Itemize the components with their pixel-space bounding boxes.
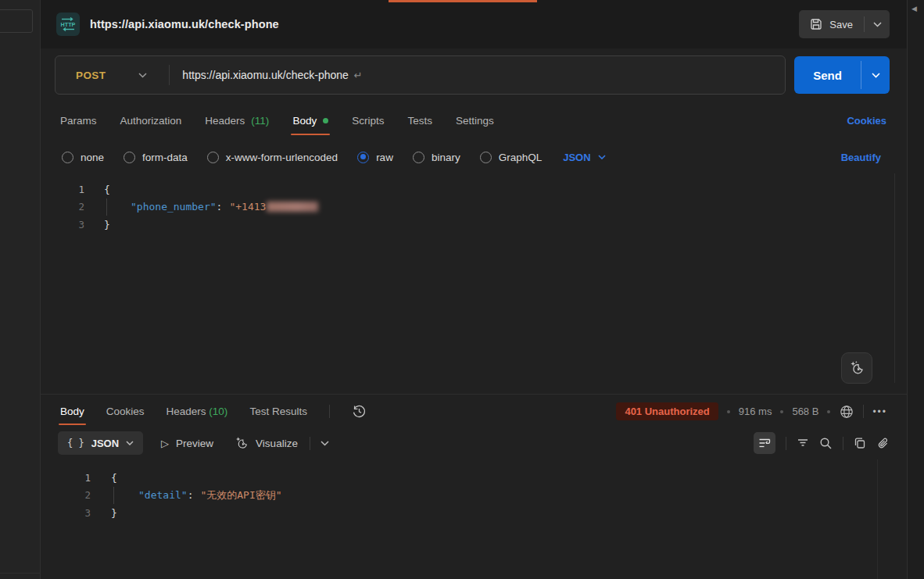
more-options-icon[interactable]: ••• [872, 406, 887, 417]
url-input[interactable]: https://api.xiaomu.uk/check-phone [182, 69, 348, 81]
right-sidebar-rail: ◀ [907, 0, 924, 579]
response-format-value: JSON [91, 438, 119, 449]
save-button-label: Save [829, 19, 853, 30]
mode-raw[interactable]: raw [357, 152, 393, 163]
copy-button[interactable] [854, 437, 866, 449]
link-button[interactable] [876, 437, 890, 450]
cookies-link[interactable]: Cookies [847, 115, 886, 127]
tab-tests[interactable]: Tests [407, 115, 432, 127]
tab-headers[interactable]: Headers(11) [205, 115, 269, 127]
mode-none[interactable]: none [62, 152, 104, 163]
divider [843, 437, 843, 450]
dot-separator [780, 410, 783, 413]
mode-binary[interactable]: binary [413, 152, 460, 163]
request-tabs: Params Authorization Headers(11) Body Sc… [41, 103, 907, 138]
code-line: 3 } [41, 504, 907, 522]
save-split-button: Save [799, 10, 890, 38]
history-clock-icon [352, 404, 367, 419]
line-number: 2 [41, 489, 91, 501]
network-info-button[interactable] [839, 404, 854, 420]
code-line: 2 "phone_number" : "+1413 [41, 198, 907, 216]
send-button[interactable]: Send [794, 56, 861, 94]
chevron-down-icon[interactable] [321, 441, 329, 446]
response-tab-test-results[interactable]: Test Results [249, 406, 307, 417]
line-number: 2 [41, 201, 84, 213]
chevron-down-icon [598, 155, 606, 159]
response-scrollbar-track[interactable] [877, 459, 878, 579]
send-options-button[interactable] [861, 56, 890, 94]
line-number: 3 [41, 219, 84, 231]
copy-icon [854, 437, 866, 449]
tab-params[interactable]: Params [60, 115, 97, 127]
body-mode-row: none form-data x-www-form-urlencoded raw… [41, 144, 907, 170]
search-button[interactable] [819, 437, 833, 450]
mode-graphql[interactable]: GraphQL [480, 152, 543, 163]
sidebar-bottom-divider [0, 573, 40, 574]
indent-guide [106, 198, 107, 216]
tab-body[interactable]: Body [292, 115, 328, 127]
send-split-button: Send [794, 56, 890, 94]
left-sidebar-rail [0, 0, 41, 579]
json-key: "detail" [138, 489, 188, 501]
response-toolbar: { } JSON ▷ Preview [41, 428, 907, 458]
divider [329, 405, 330, 418]
svg-text:HTTP: HTTP [61, 21, 76, 28]
response-view-tools [754, 432, 890, 454]
save-button[interactable]: Save [799, 10, 864, 38]
preview-button[interactable]: ▷ Preview [161, 438, 213, 449]
tab-scripts[interactable]: Scripts [352, 115, 384, 127]
json-key: "phone_number" [131, 201, 217, 213]
http-request-icon: HTTP [56, 13, 80, 36]
request-header-bar: HTTP https://api.xiaomu.uk/check-phone [41, 0, 907, 48]
response-size: 568 B [792, 406, 818, 417]
filter-icon [797, 437, 809, 449]
tab-authorization[interactable]: Authorization [120, 115, 182, 127]
tab-settings[interactable]: Settings [456, 115, 494, 127]
response-format-selector[interactable]: { } JSON [58, 431, 143, 455]
editor-scrollbar-track[interactable] [894, 173, 895, 383]
beautify-link[interactable]: Beautify [841, 152, 881, 163]
url-builder: POST https://api.xiaomu.uk/check-phone ↵ [55, 55, 786, 95]
link-icon [876, 437, 890, 450]
response-body-viewer[interactable]: 1 { 2 "detail" : "无效的API密钥" 3 } [41, 458, 907, 579]
mode-x-www-form-urlencoded[interactable]: x-www-form-urlencoded [207, 152, 338, 163]
collapse-arrow-icon[interactable]: ◀ [911, 5, 917, 13]
response-tabs-row: Body Cookies Headers (10) Test Results [41, 395, 907, 428]
response-tab-body[interactable]: Body [60, 406, 84, 417]
visualize-button[interactable]: Visualize [235, 436, 298, 450]
method-selector-chevron[interactable] [138, 73, 147, 78]
save-icon [810, 18, 822, 30]
json-value-visible: "+1413 [229, 201, 266, 213]
visualize-sparkle-icon [235, 436, 249, 450]
main-panel: HTTP https://api.xiaomu.uk/check-phone [41, 0, 907, 579]
redacted-phone-blur [267, 202, 318, 212]
headers-count: (11) [251, 115, 269, 127]
request-title: https://api.xiaomu.uk/check-phone [90, 18, 279, 30]
postbot-ai-button[interactable] [841, 352, 872, 384]
response-tab-headers[interactable]: Headers (10) [167, 406, 228, 417]
url-enter-hint-icon: ↵ [354, 70, 363, 81]
divider [310, 437, 310, 450]
response-history-button[interactable] [352, 404, 367, 419]
radio-icon [207, 152, 219, 163]
radio-selected-icon [357, 152, 369, 163]
braces-icon: { } [67, 438, 84, 449]
request-body-editor[interactable]: 1 { 2 "phone_number" : "+1413 3 } [41, 170, 907, 394]
code-line: 1 { [41, 469, 907, 487]
response-headers-count: (10) [209, 406, 227, 417]
line-number: 1 [41, 472, 91, 484]
word-wrap-button[interactable] [754, 432, 775, 454]
save-options-button[interactable] [865, 10, 890, 38]
search-icon [819, 437, 833, 450]
json-value: "无效的API密钥" [200, 488, 281, 502]
status-badge[interactable]: 401 Unauthorized [616, 402, 718, 420]
filter-button[interactable] [797, 437, 809, 449]
request-url-row: POST https://api.xiaomu.uk/check-phone ↵… [41, 55, 907, 95]
raw-language-selector[interactable]: JSON [563, 152, 605, 163]
url-divider [169, 65, 170, 85]
mode-form-data[interactable]: form-data [124, 152, 188, 163]
method-selector-value[interactable]: POST [56, 70, 106, 81]
response-tab-cookies[interactable]: Cookies [106, 406, 145, 417]
radio-icon [62, 152, 73, 163]
raw-language-value: JSON [563, 152, 590, 163]
